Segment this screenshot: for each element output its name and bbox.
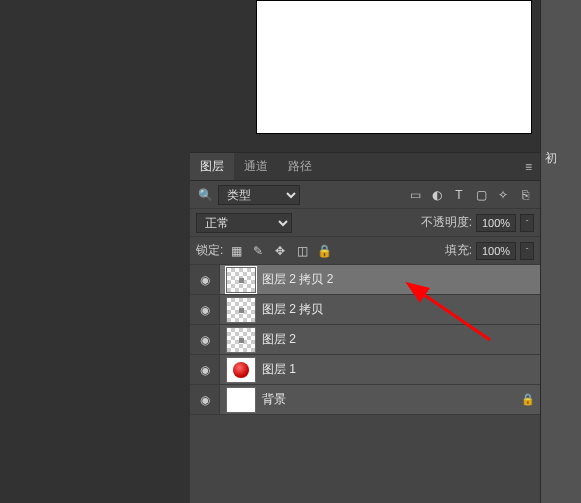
layer-name-label[interactable]: 图层 2 拷贝 2 <box>262 271 333 288</box>
filter-adjust-icon[interactable]: ◐ <box>428 186 446 204</box>
layer-thumbnail[interactable] <box>226 387 256 413</box>
layer-thumbnail[interactable] <box>226 297 256 323</box>
visibility-eye-icon[interactable]: ◉ <box>190 325 220 354</box>
canvas-area <box>190 0 540 152</box>
right-sidebar: 初 <box>540 0 581 503</box>
kind-filter-select[interactable]: 类型 <box>218 185 300 205</box>
visibility-eye-icon[interactable]: ◉ <box>190 295 220 324</box>
visibility-eye-icon[interactable]: ◉ <box>190 265 220 294</box>
filter-smart-icon[interactable]: ✧ <box>494 186 512 204</box>
layer-name-label[interactable]: 图层 1 <box>262 361 296 378</box>
layers-panel: 图层 通道 路径 ≡ 🔍 类型 ▭ ◐ T ▢ ✧ ⎘ 正常 不透明度: 100… <box>190 152 540 503</box>
layer-row[interactable]: ◉背景🔒 <box>190 385 540 415</box>
opacity-label: 不透明度: <box>421 214 472 231</box>
blend-mode-select[interactable]: 正常 <box>196 213 292 233</box>
filter-text-icon[interactable]: T <box>450 186 468 204</box>
lock-row: 锁定: ▦ ✎ ✥ ◫ 🔒 填充: 100% ˇ <box>190 237 540 265</box>
fill-chevron-icon[interactable]: ˇ <box>520 242 534 260</box>
opacity-chevron-icon[interactable]: ˇ <box>520 214 534 232</box>
fill-value[interactable]: 100% <box>476 242 516 260</box>
layer-name-label[interactable]: 图层 2 拷贝 <box>262 301 323 318</box>
document-canvas[interactable] <box>256 0 532 134</box>
search-icon: 🔍 <box>196 186 214 204</box>
filter-row: 🔍 类型 ▭ ◐ T ▢ ✧ ⎘ <box>190 181 540 209</box>
visibility-eye-icon[interactable]: ◉ <box>190 355 220 384</box>
blend-row: 正常 不透明度: 100% ˇ <box>190 209 540 237</box>
layers-list: ◉图层 2 拷贝 2◉图层 2 拷贝◉图层 2◉图层 1◉背景🔒 <box>190 265 540 415</box>
lock-crop-icon[interactable]: ◫ <box>293 242 311 260</box>
visibility-eye-icon[interactable]: ◉ <box>190 385 220 414</box>
lock-label: 锁定: <box>196 242 223 259</box>
layer-row[interactable]: ◉图层 2 拷贝 2 <box>190 265 540 295</box>
right-strip-text: 初 <box>545 151 557 165</box>
layer-name-label[interactable]: 背景 <box>262 391 286 408</box>
tab-channels[interactable]: 通道 <box>234 153 278 180</box>
layer-thumbnail[interactable] <box>226 267 256 293</box>
left-empty-area <box>0 0 190 503</box>
lock-move-icon[interactable]: ✥ <box>271 242 289 260</box>
tab-paths[interactable]: 路径 <box>278 153 322 180</box>
layer-lock-icon[interactable]: 🔒 <box>516 393 540 406</box>
tab-layers[interactable]: 图层 <box>190 153 234 180</box>
lock-brush-icon[interactable]: ✎ <box>249 242 267 260</box>
fill-label: 填充: <box>445 242 472 259</box>
layer-thumbnail[interactable] <box>226 327 256 353</box>
layer-thumbnail[interactable] <box>226 357 256 383</box>
filter-artboard-icon[interactable]: ⎘ <box>516 186 534 204</box>
panel-tabs: 图层 通道 路径 ≡ <box>190 153 540 181</box>
layer-row[interactable]: ◉图层 2 拷贝 <box>190 295 540 325</box>
opacity-value[interactable]: 100% <box>476 214 516 232</box>
filter-shape-icon[interactable]: ▢ <box>472 186 490 204</box>
layer-name-label[interactable]: 图层 2 <box>262 331 296 348</box>
center-column: 图层 通道 路径 ≡ 🔍 类型 ▭ ◐ T ▢ ✧ ⎘ 正常 不透明度: 100… <box>190 0 540 503</box>
filter-image-icon[interactable]: ▭ <box>406 186 424 204</box>
lock-pixel-icon[interactable]: ▦ <box>227 242 245 260</box>
lock-all-icon[interactable]: 🔒 <box>315 242 333 260</box>
panel-menu-icon[interactable]: ≡ <box>525 160 532 174</box>
layer-row[interactable]: ◉图层 1 <box>190 355 540 385</box>
layer-row[interactable]: ◉图层 2 <box>190 325 540 355</box>
